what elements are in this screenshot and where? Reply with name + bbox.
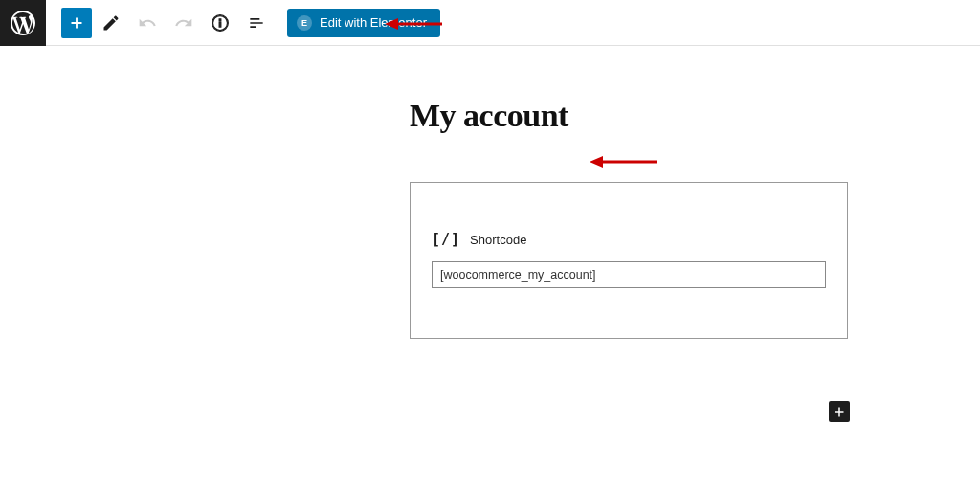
shortcode-block[interactable]: [/] Shortcode <box>410 182 848 339</box>
svg-marker-4 <box>385 18 398 30</box>
block-header: [/] Shortcode <box>432 231 826 248</box>
undo-button <box>130 6 165 40</box>
annotation-arrow-1 <box>385 16 442 32</box>
info-icon <box>211 13 230 33</box>
redo-button <box>167 6 201 40</box>
elementor-icon: E <box>297 15 312 31</box>
wordpress-icon <box>11 11 35 35</box>
page-title[interactable]: My account <box>410 98 980 134</box>
editor-toolbar: E Edit with Elementor <box>0 0 980 46</box>
shortcode-input[interactable] <box>432 261 826 288</box>
toolbar-controls: E Edit with Elementor <box>46 6 440 40</box>
svg-rect-2 <box>219 18 221 20</box>
plus-icon <box>831 403 848 420</box>
block-type-label: Shortcode <box>470 233 526 247</box>
info-button[interactable] <box>203 6 237 40</box>
editor-canvas: My account [/] Shortcode <box>0 46 980 339</box>
wordpress-logo[interactable] <box>0 0 46 46</box>
add-block-toggle[interactable] <box>61 8 92 38</box>
plus-icon <box>66 12 87 34</box>
pencil-icon <box>101 13 121 33</box>
edit-mode-button[interactable] <box>94 6 128 40</box>
shortcode-icon: [/] <box>432 231 460 248</box>
redo-icon <box>174 13 193 33</box>
svg-marker-6 <box>590 156 603 168</box>
svg-rect-1 <box>219 21 221 26</box>
annotation-arrow-2 <box>590 154 657 169</box>
outline-button[interactable] <box>239 6 274 40</box>
undo-icon <box>138 13 157 33</box>
list-view-icon <box>247 13 266 33</box>
insert-block-button[interactable] <box>829 401 850 422</box>
